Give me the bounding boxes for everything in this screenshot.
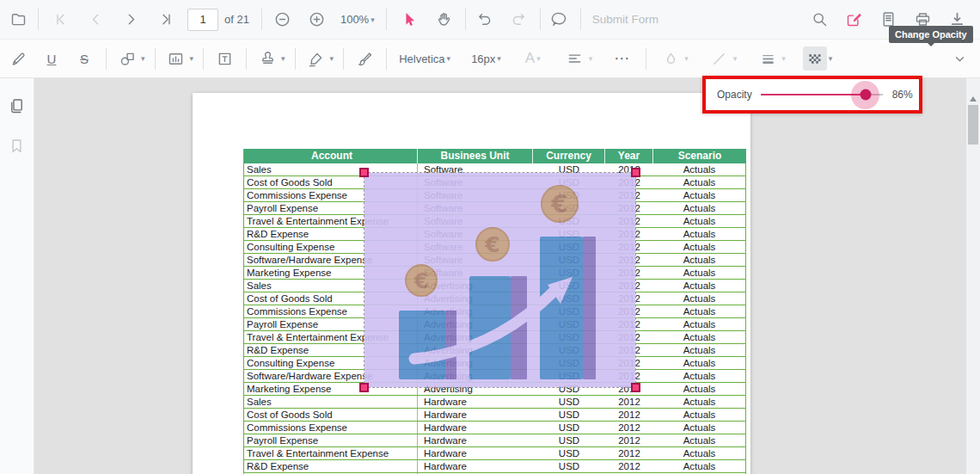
toggle-panel-button[interactable]	[6, 8, 30, 32]
chevron-left-icon	[87, 10, 105, 28]
table-cell-currency: USD	[533, 447, 605, 459]
text-align-dropdown[interactable]: ▾	[563, 46, 593, 71]
resize-handle-sw[interactable]	[359, 383, 369, 392]
opacity-slider-fill	[761, 94, 866, 95]
table-cell-account: Cost of Goods Sold	[243, 409, 418, 421]
font-family-dropdown[interactable]: Helvetica ▾	[399, 52, 450, 65]
collapse-toolbar-button[interactable]	[947, 46, 971, 71]
first-page-button[interactable]	[48, 8, 72, 32]
comment-button[interactable]	[548, 8, 572, 32]
search-button[interactable]	[807, 8, 831, 32]
submit-form-button[interactable]: Submit Form	[592, 13, 658, 26]
table-cell-scenario: Actuals	[653, 254, 746, 266]
font-size-dropdown[interactable]: 16px ▾	[471, 52, 501, 65]
table-cell-scenario: Actuals	[653, 434, 746, 446]
table-row: Cost of Goods SoldHardwareUSD2012Actuals	[243, 409, 746, 422]
table-cell-scenario: Actuals	[653, 357, 746, 369]
edit-annotations-button[interactable]	[842, 8, 866, 32]
ellipsis-icon: ⋯	[614, 49, 629, 68]
first-page-icon	[52, 10, 70, 28]
resize-handle-se[interactable]	[631, 383, 640, 392]
table-cell-scenario: Actuals	[653, 305, 746, 317]
table-cell-scenario: Actuals	[653, 267, 746, 279]
scrollbar-thumb[interactable]	[968, 105, 978, 145]
more-options-button[interactable]: ⋯	[609, 46, 634, 71]
opacity-slider-halo	[851, 81, 879, 109]
table-cell-scenario: Actuals	[653, 176, 746, 188]
zoom-out-button[interactable]	[271, 8, 295, 32]
vertical-scrollbar[interactable]	[966, 78, 980, 474]
shapes-tool-dropdown[interactable]: ▾	[115, 46, 145, 71]
undo-button[interactable]	[473, 8, 497, 32]
image-tool-dropdown[interactable]: ▾	[164, 46, 194, 71]
table-cell-account: Sales	[243, 396, 418, 408]
table-cell-currency: USD	[533, 396, 605, 408]
pdf-page: Account Businees Unit Currency Year Scen…	[193, 93, 750, 474]
freehand-tool-button[interactable]	[6, 46, 30, 71]
outlines-panel-button[interactable]	[5, 133, 29, 157]
textbox-tool-button[interactable]	[212, 46, 236, 71]
separator	[580, 9, 581, 30]
document-area: Account Businees Unit Currency Year Scen…	[35, 78, 966, 474]
table-row: R&D ExpenseHardwareUSD2012Actuals	[243, 460, 746, 473]
pan-tool-button[interactable]	[432, 8, 456, 32]
last-page-button[interactable]	[154, 8, 178, 32]
previous-page-button[interactable]	[83, 8, 107, 32]
table-header: Account Businees Unit Currency Year Scen…	[243, 149, 746, 163]
table-cell-scenario: Actuals	[653, 409, 746, 421]
header-business-unit: Businees Unit	[418, 149, 533, 163]
folder-icon	[9, 10, 28, 28]
stroke-style-dropdown[interactable]: ▾	[707, 46, 738, 71]
font-size-value: 16px	[471, 52, 495, 65]
table-cell-business-unit: Hardware	[418, 447, 533, 459]
table-cell-scenario: Actuals	[653, 331, 746, 343]
table-cell-scenario: Actuals	[653, 228, 746, 240]
table-cell-year: 2012	[605, 409, 653, 421]
table-cell-scenario: Actuals	[653, 447, 746, 459]
select-tool-button[interactable]	[397, 8, 421, 32]
cursor-arrow-icon	[400, 10, 418, 28]
underline-tool-button[interactable]: U	[40, 46, 64, 71]
caret-down-icon: ▾	[684, 54, 689, 63]
header-scenario: Scenario	[653, 149, 746, 163]
image-annotation[interactable]: € € €	[364, 172, 636, 388]
signature-tool-dropdown[interactable]: ▾	[304, 46, 334, 71]
fill-color-dropdown[interactable]: ▾	[658, 46, 689, 71]
table-cell-year: 2012	[605, 447, 653, 459]
table-cell-currency: USD	[533, 409, 605, 421]
separator	[106, 48, 107, 70]
font-family-value: Helvetica	[399, 52, 444, 65]
caret-down-icon: ▾	[330, 54, 334, 63]
table-cell-scenario: Actuals	[653, 292, 746, 305]
next-page-button[interactable]	[119, 8, 143, 32]
opacity-slider[interactable]	[761, 94, 883, 95]
stamp-icon	[259, 50, 277, 68]
brush-tool-button[interactable]	[352, 46, 377, 71]
redo-button[interactable]	[507, 8, 531, 32]
opacity-checker-icon	[805, 50, 824, 68]
line-thickness-dropdown[interactable]: ▾	[756, 46, 786, 71]
text-color-dropdown[interactable]: A ▾	[525, 50, 541, 67]
table-cell-account: Payroll Expense	[243, 434, 418, 446]
textbox-icon	[216, 50, 234, 68]
opacity-dropdown[interactable]: ▾	[803, 46, 833, 71]
table-cell-business-unit: Hardware	[418, 460, 533, 472]
opacity-slider-handle[interactable]	[860, 89, 871, 101]
line-thickness-icon	[759, 50, 777, 68]
thumbnails-panel-button[interactable]	[5, 94, 29, 118]
page-number-input[interactable]	[187, 9, 218, 31]
table-cell-scenario: Actuals	[653, 422, 746, 434]
pen-icon	[9, 50, 28, 68]
underline-icon: U	[47, 52, 57, 66]
stamp-tool-dropdown[interactable]: ▾	[255, 46, 285, 71]
table-cell-year: 2012	[605, 434, 653, 446]
resize-handle-nw[interactable]	[359, 168, 369, 177]
scroll-up-arrow-icon[interactable]	[970, 96, 977, 102]
zoom-in-button[interactable]	[305, 8, 329, 32]
table-cell-scenario: Actuals	[653, 215, 746, 227]
resize-handle-ne[interactable]	[631, 168, 640, 177]
table-cell-account: R&D Expense	[243, 460, 418, 472]
zoom-level-dropdown[interactable]: 100% ▾	[340, 13, 375, 26]
table-cell-scenario: Actuals	[653, 318, 746, 330]
strikeout-tool-button[interactable]: S	[72, 46, 96, 71]
